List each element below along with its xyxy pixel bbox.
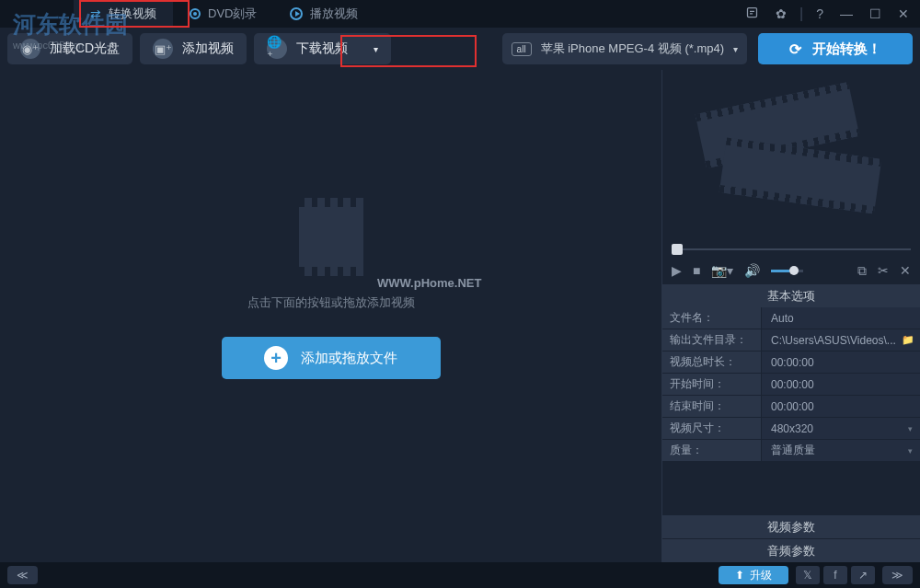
basic-options-header: 基本选项: [662, 283, 920, 307]
edit-icon[interactable]: [742, 4, 763, 24]
crop-button[interactable]: ✕: [900, 263, 911, 278]
button-label: 开始转换！: [812, 40, 881, 58]
gear-icon[interactable]: ✿: [772, 5, 790, 23]
folder-icon[interactable]: 📁: [902, 334, 914, 346]
film-placeholder-icon: [299, 198, 363, 276]
property-value[interactable]: 00:00:00: [762, 352, 920, 373]
chevron-down-icon: ▾: [374, 44, 378, 54]
property-row: 视频总时长：00:00:00: [662, 352, 920, 374]
toolbar: ◉⁺ 加载CD光盘 ▣⁺ 添加视频 🌐⁺ 下载视频 ▾ all 苹果 iPhon…: [0, 28, 920, 70]
property-row: 质量：普通质量▾: [662, 440, 920, 462]
link-button[interactable]: ⧉: [857, 263, 867, 279]
minimize-button[interactable]: —: [836, 5, 857, 23]
property-row: 文件名：Auto: [662, 307, 920, 329]
main-area: 点击下面的按钮或拖放添加视频 + 添加或拖放文件 ▶ ■ 📷▾ 🔊 ⧉ ✂: [0, 70, 920, 562]
share-button[interactable]: ↗: [851, 566, 875, 584]
button-label: 加载CD光盘: [50, 40, 120, 57]
facebook-button[interactable]: f: [823, 566, 847, 584]
button-label: 下载视频: [296, 40, 348, 57]
output-format-select[interactable]: all 苹果 iPhone MPEG-4 视频 (*.mp4) ▾: [502, 33, 747, 64]
volume-button[interactable]: 🔊: [744, 263, 760, 278]
right-panel: ▶ ■ 📷▾ 🔊 ⧉ ✂ ✕ 基本选项 文件名：Auto输出文件目录：C:\Us…: [662, 70, 920, 562]
chevron-down-icon: ▾: [733, 44, 738, 54]
add-file-button[interactable]: + 添加或拖放文件: [222, 337, 441, 379]
tab-dvd-burn[interactable]: DVD刻录: [173, 0, 273, 28]
format-label: 苹果 iPhone MPEG-4 视频 (*.mp4): [541, 40, 724, 57]
tab-convert-video[interactable]: ⇄ 转换视频: [74, 0, 173, 28]
chevron-down-icon: ▾: [908, 446, 913, 455]
globe-plus-icon: 🌐⁺: [267, 39, 287, 59]
load-cd-button[interactable]: ◉⁺ 加载CD光盘: [7, 33, 132, 64]
button-label: 添加视频: [182, 40, 234, 57]
property-value[interactable]: 普通质量▾: [762, 440, 920, 461]
property-label: 输出文件目录：: [662, 329, 762, 351]
refresh-icon: ⟳: [789, 40, 801, 58]
convert-icon: ⇄: [90, 6, 101, 21]
audio-params-header[interactable]: 音频参数: [662, 538, 920, 562]
tab-label: 播放视频: [310, 6, 358, 22]
property-label: 质量：: [662, 440, 762, 461]
twitter-button[interactable]: 𝕏: [796, 566, 820, 584]
button-label: 升级: [750, 568, 772, 583]
close-button[interactable]: ✕: [894, 5, 913, 23]
snapshot-button[interactable]: 📷▾: [711, 263, 733, 278]
file-drop-area[interactable]: 点击下面的按钮或拖放添加视频 + 添加或拖放文件: [0, 70, 662, 562]
titlebar: ⇄ 转换视频 DVD刻录 播放视频 ✿ | ? — ☐ ✕: [0, 0, 920, 28]
help-button[interactable]: ?: [812, 5, 827, 23]
all-badge: all: [512, 42, 532, 56]
download-video-button[interactable]: 🌐⁺ 下载视频 ▾: [254, 33, 391, 64]
property-value[interactable]: 480x320▾: [762, 418, 920, 439]
seek-bar[interactable]: [662, 245, 920, 258]
drop-hint-text: 点击下面的按钮或拖放添加视频: [247, 294, 415, 311]
plus-icon: +: [264, 346, 288, 370]
video-params-header[interactable]: 视频参数: [662, 514, 920, 538]
play-button[interactable]: ▶: [672, 263, 682, 278]
footer: ≪ ⬆ 升级 𝕏 f ↗ ≫: [0, 562, 920, 588]
property-label: 视频总时长：: [662, 352, 762, 373]
svg-rect-0: [748, 8, 757, 17]
upgrade-icon: ⬆: [735, 569, 744, 582]
property-row: 结束时间：00:00:00: [662, 396, 920, 418]
property-label: 结束时间：: [662, 396, 762, 417]
tab-play-video[interactable]: 播放视频: [273, 0, 374, 28]
filmstrip-art-icon: [699, 98, 883, 217]
property-label: 视频尺寸：: [662, 418, 762, 439]
collapse-right-button[interactable]: ≫: [882, 566, 913, 584]
property-value[interactable]: 00:00:00: [762, 374, 920, 395]
video-preview: [662, 70, 920, 245]
tab-label: 转换视频: [109, 6, 156, 22]
button-label: 添加或拖放文件: [301, 350, 397, 367]
volume-slider[interactable]: [771, 270, 803, 272]
properties-table: 文件名：Auto输出文件目录：C:\Users\ASUS\Videos\...📁…: [662, 307, 920, 462]
property-label: 文件名：: [662, 307, 762, 329]
property-row: 输出文件目录：C:\Users\ASUS\Videos\...📁: [662, 329, 920, 352]
upgrade-button[interactable]: ⬆ 升级: [719, 566, 788, 584]
disc-icon: [190, 8, 201, 19]
titlebar-controls: ✿ | ? — ☐ ✕: [742, 4, 920, 24]
cd-plus-icon: ◉⁺: [20, 39, 40, 59]
property-value[interactable]: C:\Users\ASUS\Videos\...📁: [762, 329, 920, 351]
play-icon: [290, 7, 303, 20]
collapse-left-button[interactable]: ≪: [7, 566, 38, 584]
player-controls: ▶ ■ 📷▾ 🔊 ⧉ ✂ ✕: [662, 258, 920, 283]
maximize-button[interactable]: ☐: [866, 5, 885, 23]
tab-label: DVD刻录: [208, 6, 257, 22]
property-value[interactable]: 00:00:00: [762, 396, 920, 417]
property-label: 开始时间：: [662, 374, 762, 395]
start-convert-button[interactable]: ⟳ 开始转换！: [758, 33, 913, 64]
video-plus-icon: ▣⁺: [153, 39, 173, 59]
property-row: 开始时间：00:00:00: [662, 374, 920, 396]
add-video-button[interactable]: ▣⁺ 添加视频: [140, 33, 247, 64]
social-buttons: 𝕏 f ↗: [796, 566, 875, 584]
property-value[interactable]: Auto: [762, 307, 920, 329]
stop-button[interactable]: ■: [693, 263, 700, 278]
property-row: 视频尺寸：480x320▾: [662, 418, 920, 440]
chevron-down-icon: ▾: [908, 424, 913, 433]
cut-button[interactable]: ✂: [878, 263, 889, 278]
